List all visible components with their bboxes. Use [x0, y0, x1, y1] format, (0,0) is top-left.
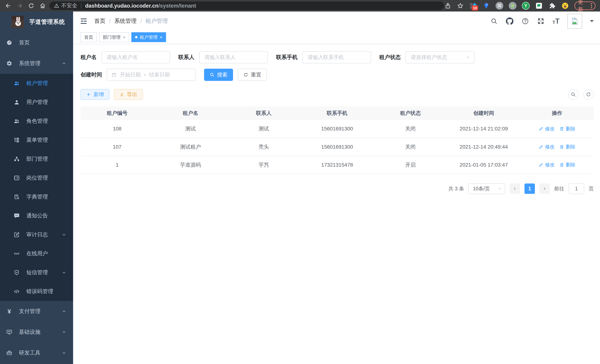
- forward-icon[interactable]: [16, 2, 23, 9]
- col-actions: 操作: [520, 106, 594, 120]
- tab-home[interactable]: 首页: [81, 32, 97, 42]
- tab-tenant[interactable]: 租户管理 ×: [131, 32, 166, 42]
- breadcrumb: 首页 / 系统管理 / 租户管理: [94, 17, 168, 25]
- back-icon[interactable]: [4, 2, 12, 9]
- extension-gray-blue-icon[interactable]: 10: [469, 2, 477, 10]
- create-time-range-picker[interactable]: 开始日期 - 结束日期: [107, 69, 196, 81]
- fullscreen-icon[interactable]: [537, 17, 545, 25]
- extension-kite-icon[interactable]: [482, 2, 490, 10]
- extension-dot-icon[interactable]: [508, 2, 516, 10]
- trash-icon: [559, 126, 564, 131]
- add-button[interactable]: 新增: [81, 89, 110, 100]
- extension-emoji-icon[interactable]: [561, 2, 569, 10]
- extension-command-icon[interactable]: ⌘: [495, 2, 503, 10]
- export-button[interactable]: 导出: [114, 89, 143, 100]
- toggle-search-button[interactable]: [568, 89, 579, 100]
- sidebar-item-menu[interactable]: 菜单管理: [0, 131, 73, 149]
- start-date-placeholder: 开始日期: [120, 71, 141, 78]
- page-size-select[interactable]: 10条/页: [469, 183, 505, 194]
- refresh-table-button[interactable]: [583, 89, 594, 100]
- tenant-page: 租户名 联系人 联系手机 租户状态 请选择租户状态: [73, 44, 600, 364]
- breadcrumb-home[interactable]: 首页: [94, 17, 105, 25]
- url-path: /system/tenant: [159, 3, 196, 9]
- next-page-button[interactable]: [539, 184, 550, 194]
- col-tenant-name: 租户名: [154, 106, 227, 120]
- status-label: 租户状态: [379, 54, 401, 61]
- table-row: 1 芋道源码 芋艿 17321315478 开启 2021-01-05 17:0…: [81, 156, 594, 174]
- extension-puzzle-icon[interactable]: [548, 2, 556, 10]
- sidebar-item-pay[interactable]: ¥ 支付管理: [0, 301, 73, 322]
- goto-label: 前往: [554, 185, 564, 192]
- tab-dept[interactable]: 部门管理 ×: [99, 32, 129, 42]
- github-icon[interactable]: [506, 17, 514, 25]
- breadcrumb-current: 租户管理: [146, 17, 168, 25]
- edit-link[interactable]: 修改: [539, 126, 554, 132]
- sidebar-item-home[interactable]: 首页: [0, 32, 73, 53]
- sidebar-fold-icon[interactable]: [80, 17, 88, 25]
- search-icon[interactable]: [490, 17, 498, 25]
- app-logo[interactable]: 芋道管理系统: [0, 11, 73, 32]
- chevron-down-icon: [497, 187, 502, 191]
- sidebar-item-infra[interactable]: 基础设施: [0, 322, 73, 343]
- extension-chat-icon[interactable]: [535, 2, 543, 10]
- sidebar-item-post[interactable]: 岗位管理: [0, 168, 73, 187]
- edit-link[interactable]: 修改: [539, 144, 554, 150]
- goto-page-input[interactable]: [569, 183, 584, 194]
- post-icon: [14, 175, 20, 181]
- sidebar-item-user[interactable]: 用户管理: [0, 93, 73, 112]
- edit-link[interactable]: 修改: [539, 162, 554, 168]
- tenant-name-input[interactable]: [102, 51, 170, 64]
- chevron-up-icon: [62, 61, 66, 66]
- close-icon[interactable]: ×: [160, 35, 162, 40]
- roles-icon: [14, 118, 20, 124]
- sidebar-item-role[interactable]: 角色管理: [0, 112, 73, 131]
- table-header-row: 租户编号 租户名 联系人 联系手机 租户状态 创建时间 操作: [81, 106, 594, 120]
- sidebar-item-online[interactable]: 在线用户: [0, 244, 73, 263]
- system-submenu: 租户管理 用户管理 角色管理 菜单管理 部门管理: [0, 74, 73, 301]
- help-icon[interactable]: [521, 17, 529, 25]
- contact-input[interactable]: [199, 51, 268, 64]
- caret-down-icon[interactable]: [590, 20, 594, 22]
- sidebar-item-tenant[interactable]: 租户管理: [0, 74, 73, 93]
- status-select[interactable]: 请选择租户状态: [406, 51, 475, 64]
- delete-link[interactable]: 删除: [559, 162, 575, 168]
- col-phone: 联系手机: [300, 106, 374, 120]
- delete-link[interactable]: 删除: [559, 126, 575, 132]
- sidebar-item-audit[interactable]: 审计日志: [0, 225, 73, 244]
- page-number-1[interactable]: 1: [525, 184, 535, 194]
- edit-icon: [539, 126, 544, 131]
- sidebar-item-sms[interactable]: 短信管理: [0, 263, 73, 282]
- breadcrumb-system[interactable]: 系统管理: [114, 17, 137, 25]
- chevron-down-icon: [62, 270, 66, 275]
- avatar-broken-image[interactable]: [567, 14, 582, 28]
- sidebar-item-errcode[interactable]: 错误码管理: [0, 282, 73, 301]
- prev-page-button[interactable]: [510, 184, 520, 194]
- pagination: 共 3 条 10条/页 1 前往 页: [81, 183, 594, 194]
- insecure-warning-icon: [54, 3, 59, 9]
- online-icon: [14, 251, 20, 257]
- sidebar-item-devtool[interactable]: 研发工具: [0, 343, 73, 363]
- edit-icon: [539, 145, 544, 149]
- star-icon[interactable]: [457, 2, 464, 9]
- home-icon[interactable]: [39, 2, 46, 9]
- reload-icon[interactable]: [28, 2, 35, 9]
- phone-input[interactable]: [302, 51, 371, 64]
- search-button[interactable]: 搜索: [204, 69, 233, 81]
- audit-icon: [14, 232, 20, 238]
- share-icon[interactable]: [444, 2, 451, 9]
- reset-button[interactable]: 重置: [238, 69, 267, 81]
- extension-y-icon[interactable]: Y: [522, 2, 530, 10]
- sidebar-item-dict[interactable]: 字典管理: [0, 187, 73, 206]
- sidebar-item-system[interactable]: 系统管理: [0, 53, 73, 74]
- sidebar-item-notice[interactable]: 通知公告: [0, 206, 73, 225]
- sidebar-item-dept[interactable]: 部门管理: [0, 149, 73, 168]
- browser-update-button[interactable]: 更新: [574, 1, 596, 10]
- close-icon[interactable]: ×: [123, 35, 125, 40]
- font-size-icon[interactable]: TT: [553, 18, 560, 25]
- address-bar[interactable]: 不安全 dashboard.yudao.iocoder.cn /system/t…: [49, 1, 444, 10]
- table-row: 107 测试租户 秃头 15601691300 关闭 2021-12-14 20…: [81, 138, 594, 156]
- browser-menu-icon[interactable]: [591, 3, 592, 8]
- create-time-label: 创建时间: [81, 71, 102, 78]
- delete-link[interactable]: 删除: [559, 144, 575, 150]
- refresh-icon: [244, 72, 248, 77]
